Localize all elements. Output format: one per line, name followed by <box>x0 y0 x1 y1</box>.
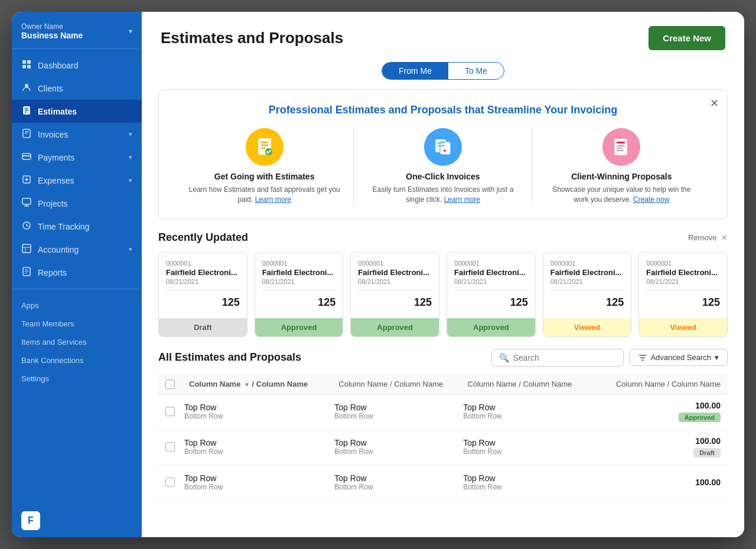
row-3-amount: 100.00 <box>695 478 721 487</box>
card-3[interactable]: 0000001 Fairfield Electroni... 08/21/202… <box>447 252 536 337</box>
remove-button[interactable]: Remove ✕ <box>688 233 728 242</box>
sidebar-item-items-services[interactable]: Items and Services <box>12 333 142 351</box>
card-5[interactable]: 0000001 Fairfield Electroni... 08/21/202… <box>638 252 728 337</box>
tab-to-me[interactable]: To Me <box>448 63 504 79</box>
row-3-checkbox[interactable] <box>165 478 175 487</box>
sidebar-item-clients[interactable]: Clients <box>12 77 142 100</box>
row-3-col3-bottom: Bottom Row <box>463 483 592 491</box>
recently-updated-title: Recently Updated <box>158 231 248 244</box>
reports-icon <box>21 267 32 278</box>
row-2-status-badge: Draft <box>693 448 721 458</box>
col-header-2: Column Name / Column Name <box>338 380 462 388</box>
card-0[interactable]: 0000001 Fairfield Electroni... 08/21/202… <box>158 252 247 337</box>
promo-card-estimates-title: Get Going with Estimates <box>187 172 341 181</box>
svg-rect-0 <box>22 60 26 64</box>
search-box[interactable]: 🔍 <box>491 349 624 367</box>
card-2-date: 08/21/2021 <box>358 278 432 285</box>
row-2-amount: 100.00 <box>695 436 721 446</box>
card-2[interactable]: 0000001 Fairfield Electroni... 08/21/202… <box>350 252 439 337</box>
card-5-date: 08/21/2021 <box>646 278 720 285</box>
card-0-status: Draft <box>159 318 247 336</box>
card-1[interactable]: 0000001 Fairfield Electroni... 08/21/202… <box>255 252 344 337</box>
promo-estimates-link[interactable]: Learn more <box>255 195 291 204</box>
filter-icon <box>638 354 647 362</box>
row-3-col2-bottom: Bottom Row <box>334 483 463 491</box>
sidebar-item-reports[interactable]: Reports <box>12 261 142 284</box>
card-3-client: Fairfield Electroni... <box>454 268 528 277</box>
page-header: Estimates and Proposals Create New <box>142 12 744 60</box>
business-name: Business Name <box>21 31 83 40</box>
row-2-checkbox[interactable] <box>165 442 175 452</box>
sidebar-item-dashboard[interactable]: Dashboard <box>12 54 142 77</box>
projects-icon <box>21 198 32 209</box>
col-header-1[interactable]: Column Name ▼ / Column Name <box>189 380 334 388</box>
card-5-status: Viewed <box>639 318 727 336</box>
search-input[interactable] <box>513 353 616 362</box>
accounting-label: Accounting <box>38 245 79 254</box>
sidebar-header[interactable]: Owner Name Business Name ▾ <box>12 12 142 49</box>
card-1-number: 0000001 <box>262 260 336 267</box>
card-4-status: Viewed <box>543 318 631 336</box>
card-0-client: Fairfield Electroni... <box>166 268 240 277</box>
row-2-col3-bottom: Bottom Row <box>463 447 592 456</box>
table-row[interactable]: Top Row Bottom Row Top Row Bottom Row To… <box>158 430 728 465</box>
table-header: Column Name ▼ / Column Name Column Name … <box>158 375 728 394</box>
sidebar-item-invoices[interactable]: Invoices ▾ <box>12 123 142 146</box>
svg-rect-23 <box>22 244 31 253</box>
sidebar-item-time-tracking[interactable]: Time Tracking <box>12 215 142 238</box>
bank-connections-label: Bank Connections <box>21 356 84 365</box>
svg-rect-17 <box>22 198 31 204</box>
sidebar-item-bank-connections[interactable]: Bank Connections <box>12 351 142 370</box>
sidebar: Owner Name Business Name ▾ Dashboard Cli… <box>12 12 142 537</box>
sidebar-item-expenses[interactable]: Expenses ▾ <box>12 169 142 192</box>
row-1-col1-bottom: Bottom Row <box>184 412 334 420</box>
team-members-label: Team Members <box>21 319 74 328</box>
estimates-label: Estimates <box>38 107 77 116</box>
sidebar-item-projects[interactable]: Projects <box>12 192 142 215</box>
row-1-col3-bottom: Bottom Row <box>463 412 592 420</box>
all-estimates-header: All Estimates and Proposals 🔍 Advanced S… <box>158 349 728 367</box>
search-area: 🔍 Advanced Search ▾ <box>491 349 728 367</box>
promo-banner: ✕ Professional Estimates and Proposals t… <box>158 89 728 220</box>
invoices-label: Invoices <box>38 130 68 139</box>
proposals-promo-icon <box>602 128 640 166</box>
expenses-icon <box>21 175 32 186</box>
card-5-client: Fairfield Electroni... <box>646 268 720 277</box>
card-4[interactable]: 0000001 Fairfield Electroni... 08/21/202… <box>543 252 632 337</box>
payments-label: Payments <box>38 153 74 162</box>
time-tracking-icon <box>21 221 32 232</box>
card-5-amount: 125 <box>646 294 720 313</box>
promo-close-button[interactable]: ✕ <box>710 97 719 110</box>
sidebar-item-accounting[interactable]: Accounting ▾ <box>12 238 142 261</box>
sidebar-item-apps[interactable]: Apps <box>12 296 142 315</box>
app-window: Owner Name Business Name ▾ Dashboard Cli… <box>12 12 744 537</box>
row-1-checkbox[interactable] <box>165 407 175 416</box>
create-new-button[interactable]: Create New <box>649 26 725 50</box>
tab-container: From Me To Me <box>382 62 504 80</box>
svg-rect-41 <box>617 150 624 151</box>
expenses-chevron-icon: ▾ <box>129 177 132 184</box>
promo-cards: Get Going with Estimates Learn how Estim… <box>175 128 711 205</box>
svg-rect-38 <box>617 142 625 143</box>
promo-proposals-link[interactable]: Create now <box>633 195 669 204</box>
sidebar-item-estimates[interactable]: Estimates <box>12 100 142 123</box>
promo-card-invoices-title: One-Click Invoices <box>366 172 520 181</box>
tab-from-me[interactable]: From Me <box>382 63 448 79</box>
sidebar-item-team-members[interactable]: Team Members <box>12 315 142 333</box>
promo-invoices-link[interactable]: Learn more <box>444 195 480 204</box>
row-2-col2-bottom: Bottom Row <box>334 447 463 456</box>
select-all-checkbox[interactable] <box>165 380 175 389</box>
sidebar-item-settings[interactable]: Settings <box>12 370 142 388</box>
promo-card-proposals-text: Showcase your unique value to help win t… <box>545 185 699 205</box>
card-4-amount: 125 <box>550 294 624 313</box>
card-1-amount: 125 <box>262 294 336 313</box>
search-icon: 🔍 <box>499 353 509 362</box>
sidebar-item-payments[interactable]: Payments ▾ <box>12 146 142 169</box>
all-estimates-title: All Estimates and Proposals <box>158 351 301 364</box>
table-row[interactable]: Top Row Bottom Row Top Row Bottom Row To… <box>158 465 728 501</box>
card-2-number: 0000001 <box>358 260 432 267</box>
promo-card-invoices: One-Click Invoices Easily turn Estimates… <box>354 128 532 205</box>
advanced-search-button[interactable]: Advanced Search ▾ <box>630 349 728 366</box>
recently-updated-header: Recently Updated Remove ✕ <box>158 231 728 244</box>
table-row[interactable]: Top Row Bottom Row Top Row Bottom Row To… <box>158 394 728 430</box>
